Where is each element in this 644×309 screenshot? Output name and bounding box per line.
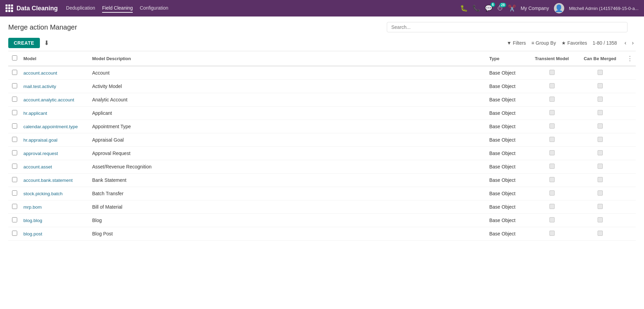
row-transient (528, 174, 576, 187)
bug-icon[interactable]: 🐛 (460, 4, 468, 12)
page-header: Merge action Manager (0, 16, 644, 35)
row-checkbox[interactable] (12, 190, 17, 196)
favorites-button[interactable]: ★ Favorites (561, 40, 587, 46)
nav-configuration[interactable]: Configuration (140, 4, 168, 13)
transient-checkbox-display (549, 70, 555, 75)
col-header-description[interactable]: Model Description (89, 51, 487, 66)
table-row: approval.request Approval Request Base O… (8, 147, 636, 160)
avatar[interactable]: 👤 (554, 3, 564, 13)
company-name[interactable]: My Company (521, 5, 549, 11)
merged-checkbox-display (598, 217, 603, 222)
row-checkbox-cell[interactable] (8, 107, 21, 120)
row-type: Base Object (487, 174, 528, 187)
toolbar: CREATE ⬇ ▼ Filters ≡ Group By ★ Favorite… (0, 35, 644, 51)
row-description: Approval Request (89, 147, 487, 160)
row-description: Applicant (89, 107, 487, 120)
row-checkbox[interactable] (12, 83, 17, 88)
row-model[interactable]: blog.post (21, 227, 89, 241)
search-input[interactable] (387, 22, 627, 32)
row-model[interactable]: account.account (21, 66, 89, 80)
select-all-checkbox[interactable] (12, 55, 17, 60)
col-header-transient[interactable]: Transient Model (528, 51, 576, 66)
row-transient (528, 120, 576, 133)
merged-checkbox-display (598, 204, 603, 209)
row-description: Batch Transfer (89, 187, 487, 200)
nav-field-cleaning[interactable]: Field Cleaning (102, 4, 133, 13)
row-checkbox[interactable] (12, 137, 17, 142)
nav-deduplication[interactable]: Deduplication (66, 4, 95, 13)
row-checkbox-cell[interactable] (8, 187, 21, 200)
row-checkbox-cell[interactable] (8, 93, 21, 107)
col-header-merged[interactable]: Can Be Merged (576, 51, 624, 66)
row-checkbox[interactable] (12, 97, 17, 102)
row-checkbox[interactable] (12, 164, 17, 169)
table-body: account.account Account Base Object mail… (8, 66, 636, 241)
row-model[interactable]: mrp.bom (21, 200, 89, 214)
transient-checkbox-display (549, 150, 555, 155)
phone-icon[interactable]: 📞 (472, 4, 480, 12)
select-all-header[interactable] (8, 51, 21, 66)
table-row: calendar.appointment.type Appointment Ty… (8, 120, 636, 133)
row-model[interactable]: hr.applicant (21, 107, 89, 120)
row-model[interactable]: account.asset (21, 160, 89, 174)
row-type: Base Object (487, 93, 528, 107)
app-logo[interactable]: Data Cleaning (6, 4, 58, 12)
page-title: Merge action Manager (8, 23, 77, 31)
row-extra (624, 107, 636, 120)
row-extra (624, 66, 636, 80)
next-page-button[interactable]: › (630, 39, 636, 47)
row-checkbox-cell[interactable] (8, 120, 21, 133)
row-checkbox-cell[interactable] (8, 147, 21, 160)
row-checkbox-cell[interactable] (8, 160, 21, 174)
row-model[interactable]: blog.blog (21, 214, 89, 227)
row-checkbox[interactable] (12, 150, 17, 155)
merged-checkbox-display (598, 123, 603, 129)
row-model[interactable]: approval.request (21, 147, 89, 160)
row-model[interactable]: calendar.appointment.type (21, 120, 89, 133)
download-button[interactable]: ⬇ (43, 38, 51, 48)
col-header-type[interactable]: Type (487, 51, 528, 66)
row-extra (624, 80, 636, 93)
col-header-model[interactable]: Model (21, 51, 89, 66)
merged-checkbox-display (598, 177, 603, 182)
row-description: Activity Model (89, 80, 487, 93)
row-description: Account (89, 66, 487, 80)
row-checkbox[interactable] (12, 177, 17, 182)
row-checkbox-cell[interactable] (8, 80, 21, 93)
row-checkbox[interactable] (12, 110, 17, 115)
table-row: stock.picking.batch Batch Transfer Base … (8, 187, 636, 200)
row-checkbox[interactable] (12, 204, 17, 209)
row-checkbox[interactable] (12, 123, 17, 129)
row-checkbox[interactable] (12, 231, 17, 236)
row-type: Base Object (487, 133, 528, 147)
row-transient (528, 80, 576, 93)
row-model[interactable]: mail.test.activity (21, 80, 89, 93)
clock-icon[interactable]: ⏱ 28 (497, 5, 503, 12)
row-extra (624, 227, 636, 241)
row-checkbox-cell[interactable] (8, 214, 21, 227)
row-model[interactable]: account.bank.statement (21, 174, 89, 187)
row-merged (576, 80, 624, 93)
row-transient (528, 160, 576, 174)
chat-icon[interactable]: 💬 6 (485, 4, 492, 12)
row-model[interactable]: stock.picking.batch (21, 187, 89, 200)
row-checkbox-cell[interactable] (8, 174, 21, 187)
prev-page-button[interactable]: ‹ (622, 39, 628, 47)
user-name[interactable]: Mitchell Admin (14157469-15-0-a... (569, 6, 638, 11)
row-extra (624, 174, 636, 187)
row-checkbox[interactable] (12, 217, 17, 222)
groupby-button[interactable]: ≡ Group By (532, 40, 556, 46)
transient-checkbox-display (549, 83, 555, 88)
create-button[interactable]: CREATE (8, 38, 40, 48)
row-model[interactable]: hr.appraisal.goal (21, 133, 89, 147)
settings-icon[interactable]: ✂️ (508, 4, 516, 12)
filters-button[interactable]: ▼ Filters (507, 40, 526, 46)
row-checkbox-cell[interactable] (8, 133, 21, 147)
row-model[interactable]: account.analytic.account (21, 93, 89, 107)
row-checkbox-cell[interactable] (8, 200, 21, 214)
row-checkbox-cell[interactable] (8, 66, 21, 80)
row-checkbox[interactable] (12, 70, 17, 75)
row-checkbox-cell[interactable] (8, 227, 21, 241)
row-merged (576, 133, 624, 147)
column-options-button[interactable]: ⋮ (627, 55, 633, 62)
